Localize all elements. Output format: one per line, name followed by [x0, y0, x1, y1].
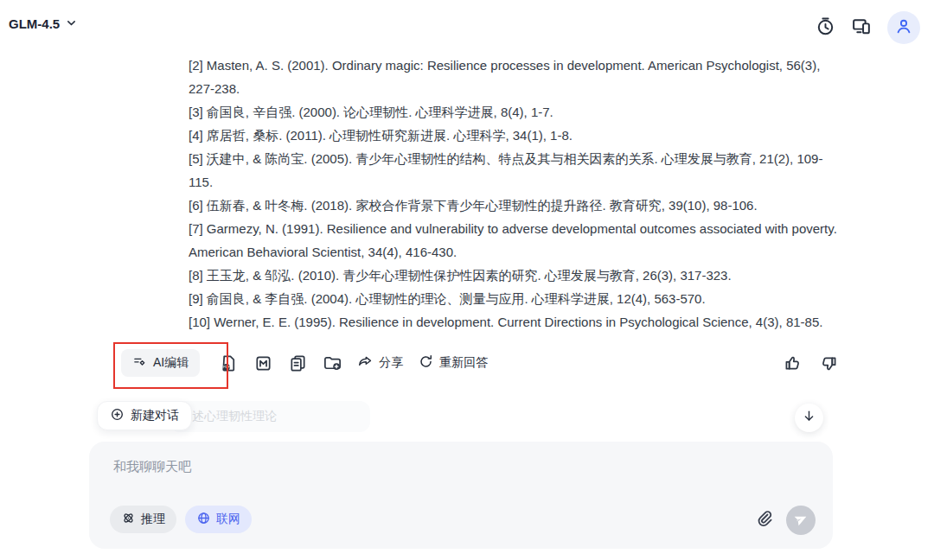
paperclip-icon [753, 517, 774, 531]
copy-document-icon [288, 353, 308, 373]
reference-item: [5] 沃建中, & 陈尚宝. (2005). 青少年心理韧性的结构、特点及其与… [189, 147, 839, 194]
pdf-document-icon: PDF [219, 353, 239, 373]
reference-item: [6] 伍新春, & 叶冬梅. (2018). 家校合作背景下青少年心理韧性的提… [189, 194, 839, 217]
regenerate-button[interactable]: 重新回答 [418, 353, 488, 372]
model-selector[interactable]: GLM-4.5 [9, 16, 77, 31]
chat-app-window: GLM-4.5 [2] Masten, A. S. (2001). Ordina… [0, 0, 934, 560]
reference-item: [8] 王玉龙, & 邹泓. (2010). 青少年心理韧性保护性因素的研究. … [189, 264, 839, 287]
ai-edit-icon [132, 354, 147, 372]
toolbar-icon-group: PDF 分享 [219, 353, 488, 373]
reasoning-toggle[interactable]: 推理 [110, 506, 176, 533]
reference-item: [9] 俞国良, & 李自强. (2004). 心理韧性的理论、测量与应用. 心… [189, 287, 839, 310]
chat-input[interactable] [113, 459, 805, 497]
assistant-message-references: [2] Masten, A. S. (2001). Ordinary magic… [189, 54, 839, 334]
share-button[interactable]: 分享 [357, 353, 403, 372]
share-arrow-icon [357, 353, 374, 372]
thumbs-down-button[interactable] [819, 353, 839, 373]
reference-item: [3] 俞国良, 辛自强. (2000). 论心理韧性. 心理科学进展, 8(4… [189, 100, 839, 124]
arrow-down-icon [802, 409, 816, 427]
web-search-toggle[interactable]: 联网 [185, 506, 252, 533]
feedback-group [783, 353, 839, 373]
reference-item: [2] Masten, A. S. (2001). Ordinary magic… [189, 54, 839, 100]
ai-edit-label: AI编辑 [153, 355, 189, 371]
thumbs-up-button[interactable] [783, 353, 803, 373]
message-toolbar: AI编辑 PDF [121, 349, 839, 377]
plus-circle-icon [110, 407, 125, 424]
thumbs-down-icon [819, 353, 839, 373]
regenerate-label: 重新回答 [439, 355, 488, 371]
composer-toggles: 推理 联网 [110, 506, 252, 533]
model-name: GLM-4.5 [9, 16, 60, 31]
ai-edit-button[interactable]: AI编辑 [121, 349, 200, 377]
copy-button[interactable] [288, 353, 308, 373]
web-search-label: 联网 [216, 512, 240, 527]
markdown-icon [253, 353, 273, 373]
history-button[interactable] [815, 16, 836, 41]
chat-composer: 推理 联网 [89, 442, 833, 549]
send-button[interactable] [786, 506, 816, 535]
scroll-to-bottom-button[interactable] [795, 404, 823, 432]
user-icon [894, 16, 913, 39]
reasoning-label: 推理 [141, 512, 165, 527]
save-to-collection-button[interactable] [323, 353, 342, 373]
svg-text:PDF: PDF [223, 365, 231, 369]
new-chat-label: 新建对话 [131, 408, 179, 423]
topbar-actions [815, 11, 920, 44]
export-markdown-button[interactable] [253, 353, 273, 373]
devices-icon [851, 16, 873, 41]
profile-avatar[interactable] [887, 11, 920, 44]
export-pdf-button[interactable]: PDF [219, 353, 239, 373]
globe-icon [196, 511, 211, 528]
folder-add-icon [323, 353, 342, 373]
clock-history-icon [815, 16, 836, 41]
refresh-icon [418, 353, 434, 372]
thumbs-up-icon [783, 353, 803, 373]
attach-file-button[interactable] [753, 508, 774, 532]
send-plane-icon [794, 512, 809, 530]
reasoning-atom-icon [121, 511, 136, 528]
devices-button[interactable] [851, 16, 873, 41]
new-chat-button[interactable]: 新建对话 [97, 401, 192, 430]
chevron-down-icon [66, 16, 77, 31]
reference-item: [4] 席居哲, 桑标. (2011). 心理韧性研究新进展. 心理科学, 34… [189, 124, 839, 147]
composer-actions [753, 506, 816, 535]
suggestion-ghost-text: 阐述心理韧性理论 [180, 409, 277, 424]
reference-item: [10] Werner, E. E. (1995). Resilience in… [189, 310, 839, 334]
reference-item: [7] Garmezy, N. (1991). Resilience and v… [189, 217, 839, 264]
share-label: 分享 [379, 355, 403, 371]
